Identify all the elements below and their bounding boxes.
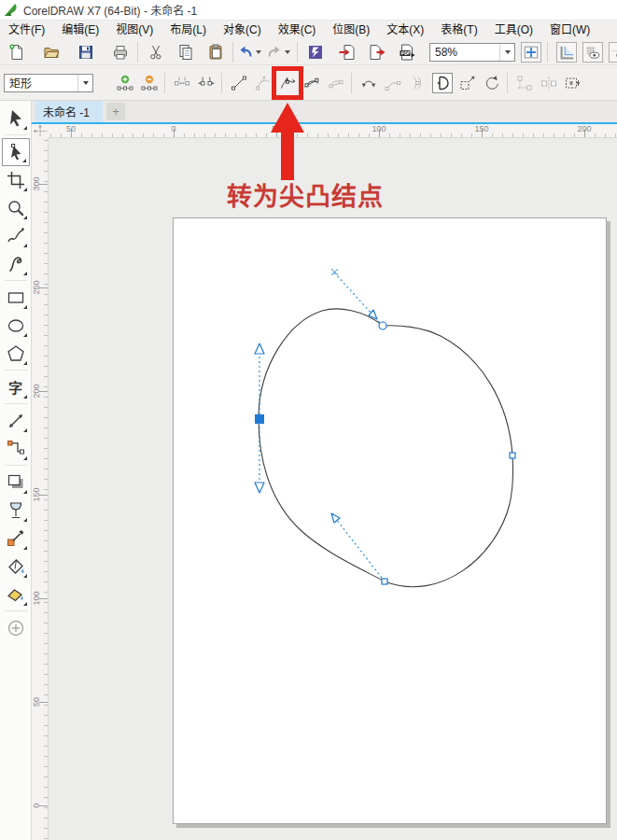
document-tab-bar: 未命名 -1 + — [32, 101, 617, 124]
straight-line-connector-tool[interactable] — [2, 435, 30, 463]
pdf-icon — [398, 43, 416, 62]
zoom-level-caret[interactable] — [499, 44, 514, 61]
show-rulers-button[interactable] — [556, 42, 577, 63]
zoom-level-combobox[interactable]: 58% — [429, 43, 515, 62]
curve-node-right[interactable] — [510, 453, 515, 458]
menu-view[interactable]: 视图(V) — [107, 21, 161, 39]
reflect-nodes-button[interactable] — [540, 74, 558, 92]
close-curve-button[interactable] — [432, 73, 453, 93]
shape-preset-caret[interactable] — [77, 75, 92, 91]
smooth-node-button[interactable] — [302, 74, 321, 92]
show-grid-button[interactable] — [582, 42, 603, 63]
horizontal-ruler[interactable]: 50 0 50 100 150 200 — [49, 124, 617, 138]
delete-node-button[interactable] — [140, 74, 159, 92]
new-document-tab-button[interactable]: + — [106, 103, 125, 120]
curve-smoothness-button[interactable] — [564, 74, 582, 92]
convert-to-line-button[interactable] — [230, 74, 248, 92]
handle-arrow-left-down[interactable] — [255, 483, 264, 493]
shape-preset-combobox[interactable]: 矩形 — [4, 74, 93, 92]
menu-tools[interactable]: 工具(O) — [486, 21, 541, 39]
welcome-screen-button[interactable] — [306, 43, 325, 62]
full-screen-preview-button[interactable] — [521, 42, 541, 63]
menu-table[interactable]: 表格(T) — [432, 21, 485, 39]
curve-node-bottom[interactable] — [382, 579, 387, 584]
curve-object[interactable] — [259, 309, 513, 587]
cusp-node-button[interactable]: 转为尖凸结点 — [278, 74, 297, 92]
redo-button[interactable] — [265, 43, 284, 62]
print-button[interactable] — [111, 43, 130, 62]
menu-bitmaps[interactable]: 位图(B) — [324, 21, 378, 39]
standard-toolbar: 58% — [0, 39, 617, 65]
reverse-direction-button[interactable] — [359, 74, 378, 92]
extend-curve-to-close-button[interactable] — [384, 74, 402, 92]
break-curve-button[interactable] — [197, 74, 216, 92]
menu-object[interactable]: 对象(C) — [215, 21, 270, 39]
ellipse-tool[interactable] — [2, 312, 30, 340]
hruler-label: 50 — [272, 124, 281, 133]
parallel-dimension-tool[interactable] — [2, 407, 30, 435]
drawing-canvas[interactable] — [49, 138, 617, 840]
rectangle-tool[interactable] — [2, 284, 30, 312]
menu-bar: 文件(F) 编辑(E) 视图(V) 布局(L) 对象(C) 效果(C) 位图(B… — [0, 21, 617, 39]
paste-button[interactable] — [206, 43, 225, 62]
shape-edit-tool[interactable] — [2, 138, 30, 166]
copy-icon — [176, 43, 195, 62]
undo-dropdown-caret[interactable] — [256, 50, 261, 54]
menu-file[interactable]: 文件(F) — [0, 21, 53, 39]
stretch-nodes-button[interactable] — [458, 74, 477, 92]
vertical-ruler[interactable]: 300 250 200 150 100 50 0 — [32, 138, 49, 840]
menu-text[interactable]: 文本(X) — [378, 21, 432, 39]
curve-node-left-selected[interactable] — [256, 415, 264, 424]
text-tool[interactable]: 字 — [2, 373, 30, 401]
crop-tool[interactable] — [2, 166, 30, 194]
menu-window[interactable]: 窗口(W) — [541, 21, 598, 39]
join-nodes-button[interactable] — [173, 74, 191, 92]
snap-to-button[interactable] — [609, 42, 617, 63]
hruler-label: 50 — [66, 124, 76, 133]
control-handle-bottom[interactable] — [332, 514, 385, 581]
convert-to-curve-button[interactable] — [254, 74, 273, 92]
transparency-tool[interactable] — [2, 497, 30, 525]
menu-layout[interactable]: 布局(L) — [161, 21, 215, 39]
undo-icon — [236, 43, 255, 62]
redo-dropdown-caret[interactable] — [285, 50, 290, 54]
interactive-fill-tool[interactable] — [2, 553, 30, 581]
copy-button[interactable] — [176, 43, 195, 62]
add-node-button[interactable] — [116, 74, 134, 92]
polygon-tool[interactable] — [2, 340, 30, 368]
shape-tool-icon — [6, 142, 26, 162]
open-button[interactable] — [42, 43, 61, 62]
add-node-icon — [116, 74, 134, 92]
ruler-origin-button[interactable] — [32, 124, 49, 138]
eyedropper-tool-icon — [6, 528, 26, 549]
save-button[interactable] — [77, 43, 95, 62]
undo-button[interactable] — [236, 43, 255, 62]
export-button[interactable] — [368, 43, 386, 62]
extract-subpath-button[interactable] — [408, 74, 427, 92]
artistic-media-tool[interactable] — [2, 250, 30, 278]
stretch-nodes-icon — [458, 74, 477, 92]
curve-node-top[interactable] — [379, 322, 386, 329]
vruler-label: 150 — [32, 487, 41, 501]
align-nodes-button[interactable] — [515, 74, 534, 92]
toolbar-separator — [507, 73, 508, 93]
handle-arrow-bottom[interactable] — [331, 513, 340, 523]
quick-customize-button[interactable] — [2, 614, 30, 642]
menu-edit[interactable]: 编辑(E) — [53, 21, 107, 39]
freehand-tool[interactable] — [2, 222, 30, 250]
cut-button[interactable] — [147, 43, 165, 62]
new-document-button[interactable] — [7, 43, 26, 62]
smart-fill-tool[interactable] — [2, 581, 30, 609]
color-eyedropper-tool[interactable] — [2, 525, 30, 553]
symmetrical-node-button[interactable] — [327, 74, 345, 92]
menu-effects[interactable]: 效果(C) — [270, 21, 325, 39]
document-tab-active[interactable]: 未命名 -1 — [35, 101, 103, 122]
rotate-skew-nodes-button[interactable] — [483, 74, 501, 92]
toolbox-divider — [5, 610, 27, 611]
handle-arrow-left-up[interactable] — [255, 343, 264, 354]
drop-shadow-tool[interactable] — [2, 469, 30, 497]
pick-tool[interactable] — [2, 105, 30, 133]
zoom-tool[interactable] — [2, 194, 30, 222]
publish-to-pdf-button[interactable] — [398, 43, 416, 62]
import-button[interactable] — [338, 43, 357, 62]
